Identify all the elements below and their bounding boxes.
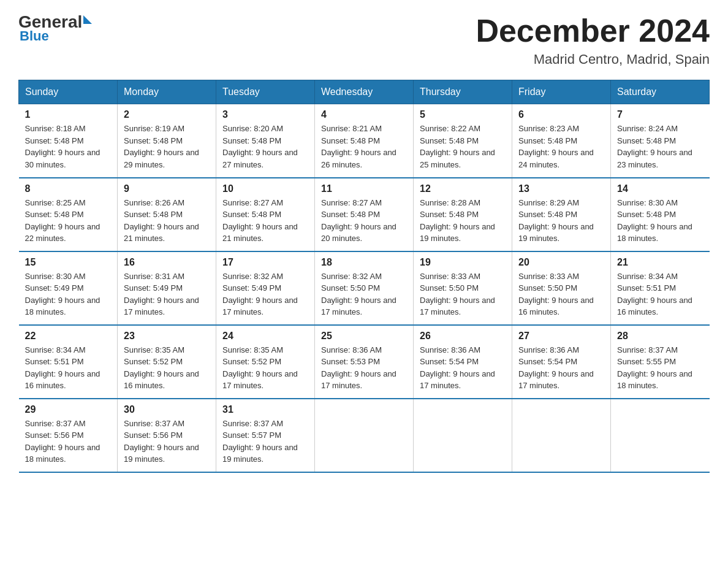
week-row-3: 15 Sunrise: 8:30 AMSunset: 5:49 PMDaylig…	[19, 251, 710, 325]
day-info: Sunrise: 8:21 AMSunset: 5:48 PMDaylight:…	[321, 124, 396, 169]
day-cell: 6 Sunrise: 8:23 AMSunset: 5:48 PMDayligh…	[512, 104, 611, 178]
day-number: 10	[222, 183, 308, 194]
week-row-4: 22 Sunrise: 8:34 AMSunset: 5:51 PMDaylig…	[19, 325, 710, 399]
day-info: Sunrise: 8:36 AMSunset: 5:54 PMDaylight:…	[518, 345, 594, 391]
day-info: Sunrise: 8:36 AMSunset: 5:54 PMDaylight:…	[420, 345, 495, 391]
day-cell	[611, 399, 710, 472]
weekday-header-row: Sunday Monday Tuesday Wednesday Thursday…	[19, 80, 710, 104]
day-number: 19	[420, 257, 506, 268]
day-cell: 2 Sunrise: 8:19 AMSunset: 5:48 PMDayligh…	[118, 104, 216, 178]
week-row-1: 1 Sunrise: 8:18 AMSunset: 5:48 PMDayligh…	[19, 104, 710, 178]
calendar-table: Sunday Monday Tuesday Wednesday Thursday…	[18, 80, 710, 473]
logo-blue-text: Blue	[20, 28, 92, 44]
day-cell	[512, 399, 611, 472]
page-header: General Blue December 2024 Madrid Centro…	[18, 12, 710, 67]
day-info: Sunrise: 8:37 AMSunset: 5:55 PMDaylight:…	[617, 345, 692, 391]
header-monday: Monday	[118, 80, 216, 104]
day-cell	[414, 399, 512, 472]
day-info: Sunrise: 8:35 AMSunset: 5:52 PMDaylight:…	[124, 345, 199, 391]
day-cell: 21 Sunrise: 8:34 AMSunset: 5:51 PMDaylig…	[611, 251, 710, 325]
header-saturday: Saturday	[611, 80, 710, 104]
day-cell: 25 Sunrise: 8:36 AMSunset: 5:53 PMDaylig…	[315, 325, 414, 399]
day-info: Sunrise: 8:27 AMSunset: 5:48 PMDaylight:…	[222, 198, 298, 243]
day-cell: 11 Sunrise: 8:27 AMSunset: 5:48 PMDaylig…	[315, 178, 414, 251]
day-cell: 5 Sunrise: 8:22 AMSunset: 5:48 PMDayligh…	[414, 104, 512, 178]
day-info: Sunrise: 8:37 AMSunset: 5:56 PMDaylight:…	[124, 419, 199, 464]
day-info: Sunrise: 8:34 AMSunset: 5:51 PMDaylight:…	[617, 272, 692, 317]
logo-arrow-icon	[83, 15, 92, 24]
day-cell: 14 Sunrise: 8:30 AMSunset: 5:48 PMDaylig…	[611, 178, 710, 251]
day-number: 2	[124, 109, 210, 120]
day-info: Sunrise: 8:37 AMSunset: 5:57 PMDaylight:…	[222, 419, 298, 464]
day-number: 14	[617, 183, 703, 194]
day-cell: 26 Sunrise: 8:36 AMSunset: 5:54 PMDaylig…	[414, 325, 512, 399]
day-number: 25	[321, 331, 407, 342]
day-cell: 24 Sunrise: 8:35 AMSunset: 5:52 PMDaylig…	[216, 325, 315, 399]
day-info: Sunrise: 8:33 AMSunset: 5:50 PMDaylight:…	[420, 272, 495, 317]
day-cell: 3 Sunrise: 8:20 AMSunset: 5:48 PMDayligh…	[216, 104, 315, 178]
header-sunday: Sunday	[19, 80, 118, 104]
day-number: 11	[321, 183, 407, 194]
day-cell: 12 Sunrise: 8:28 AMSunset: 5:48 PMDaylig…	[414, 178, 512, 251]
day-number: 7	[617, 109, 703, 120]
day-cell: 13 Sunrise: 8:29 AMSunset: 5:48 PMDaylig…	[512, 178, 611, 251]
title-section: December 2024 Madrid Centro, Madrid, Spa…	[476, 12, 710, 67]
day-cell: 4 Sunrise: 8:21 AMSunset: 5:48 PMDayligh…	[315, 104, 414, 178]
day-number: 20	[518, 257, 604, 268]
day-number: 15	[25, 257, 112, 268]
day-number: 5	[420, 109, 506, 120]
day-info: Sunrise: 8:18 AMSunset: 5:48 PMDaylight:…	[25, 124, 100, 169]
header-wednesday: Wednesday	[315, 80, 414, 104]
day-info: Sunrise: 8:37 AMSunset: 5:56 PMDaylight:…	[25, 419, 100, 464]
day-number: 16	[124, 257, 210, 268]
header-friday: Friday	[512, 80, 611, 104]
day-number: 31	[222, 404, 308, 415]
day-cell: 10 Sunrise: 8:27 AMSunset: 5:48 PMDaylig…	[216, 178, 315, 251]
day-number: 30	[124, 404, 210, 415]
day-number: 24	[222, 331, 308, 342]
day-cell: 8 Sunrise: 8:25 AMSunset: 5:48 PMDayligh…	[19, 178, 118, 251]
day-cell: 20 Sunrise: 8:33 AMSunset: 5:50 PMDaylig…	[512, 251, 611, 325]
location-title: Madrid Centro, Madrid, Spain	[476, 52, 710, 67]
day-info: Sunrise: 8:36 AMSunset: 5:53 PMDaylight:…	[321, 345, 396, 391]
day-cell: 18 Sunrise: 8:32 AMSunset: 5:50 PMDaylig…	[315, 251, 414, 325]
day-number: 17	[222, 257, 308, 268]
day-info: Sunrise: 8:22 AMSunset: 5:48 PMDaylight:…	[420, 124, 495, 169]
day-cell: 16 Sunrise: 8:31 AMSunset: 5:49 PMDaylig…	[118, 251, 216, 325]
day-info: Sunrise: 8:23 AMSunset: 5:48 PMDaylight:…	[518, 124, 594, 169]
day-number: 3	[222, 109, 308, 120]
day-number: 13	[518, 183, 604, 194]
day-cell: 29 Sunrise: 8:37 AMSunset: 5:56 PMDaylig…	[19, 399, 118, 472]
day-info: Sunrise: 8:35 AMSunset: 5:52 PMDaylight:…	[222, 345, 298, 391]
day-cell: 22 Sunrise: 8:34 AMSunset: 5:51 PMDaylig…	[19, 325, 118, 399]
day-info: Sunrise: 8:20 AMSunset: 5:48 PMDaylight:…	[222, 124, 298, 169]
day-cell: 30 Sunrise: 8:37 AMSunset: 5:56 PMDaylig…	[118, 399, 216, 472]
day-cell: 23 Sunrise: 8:35 AMSunset: 5:52 PMDaylig…	[118, 325, 216, 399]
day-number: 29	[25, 404, 112, 415]
day-info: Sunrise: 8:33 AMSunset: 5:50 PMDaylight:…	[518, 272, 594, 317]
week-row-5: 29 Sunrise: 8:37 AMSunset: 5:56 PMDaylig…	[19, 399, 710, 472]
day-number: 23	[124, 331, 210, 342]
day-cell: 7 Sunrise: 8:24 AMSunset: 5:48 PMDayligh…	[611, 104, 710, 178]
day-info: Sunrise: 8:32 AMSunset: 5:50 PMDaylight:…	[321, 272, 396, 317]
day-number: 28	[617, 331, 703, 342]
day-info: Sunrise: 8:29 AMSunset: 5:48 PMDaylight:…	[518, 198, 594, 243]
day-info: Sunrise: 8:30 AMSunset: 5:48 PMDaylight:…	[617, 198, 692, 243]
day-cell: 31 Sunrise: 8:37 AMSunset: 5:57 PMDaylig…	[216, 399, 315, 472]
day-info: Sunrise: 8:32 AMSunset: 5:49 PMDaylight:…	[222, 272, 298, 317]
day-info: Sunrise: 8:25 AMSunset: 5:48 PMDaylight:…	[25, 198, 100, 243]
day-number: 6	[518, 109, 604, 120]
day-number: 26	[420, 331, 506, 342]
day-cell: 9 Sunrise: 8:26 AMSunset: 5:48 PMDayligh…	[118, 178, 216, 251]
day-number: 27	[518, 331, 604, 342]
day-number: 4	[321, 109, 407, 120]
day-cell: 19 Sunrise: 8:33 AMSunset: 5:50 PMDaylig…	[414, 251, 512, 325]
day-cell: 1 Sunrise: 8:18 AMSunset: 5:48 PMDayligh…	[19, 104, 118, 178]
logo: General Blue	[18, 12, 92, 44]
day-cell: 27 Sunrise: 8:36 AMSunset: 5:54 PMDaylig…	[512, 325, 611, 399]
day-number: 9	[124, 183, 210, 194]
day-number: 8	[25, 183, 112, 194]
day-info: Sunrise: 8:34 AMSunset: 5:51 PMDaylight:…	[25, 345, 100, 391]
header-thursday: Thursday	[414, 80, 512, 104]
day-info: Sunrise: 8:26 AMSunset: 5:48 PMDaylight:…	[124, 198, 199, 243]
